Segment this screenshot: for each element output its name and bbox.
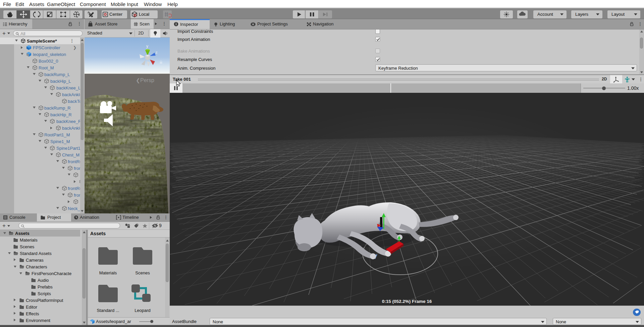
svg-text:❮: ❮ bbox=[136, 77, 140, 83]
svg-text:0:15 (052.2%) Frame 16: 0:15 (052.2%) Frame 16 bbox=[382, 299, 432, 304]
svg-text:Persp: Persp bbox=[140, 77, 154, 83]
svg-text:z: z bbox=[156, 50, 158, 54]
svg-text:y: y bbox=[146, 44, 148, 49]
